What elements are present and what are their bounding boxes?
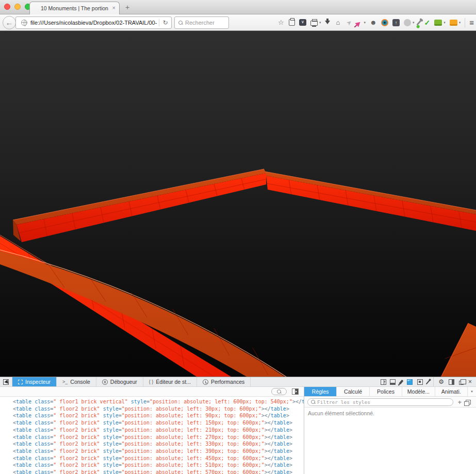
orange-addon-icon[interactable]: [450, 20, 457, 26]
markup-line[interactable]: <table class=" floor2 brick" style="posi…: [13, 405, 304, 413]
sidebar-tab-animations[interactable]: Animati.: [435, 387, 468, 396]
toolbar-icons: ☆ ∨ ▾ ⌂ ➤ ▾ ☻ ↑ ▾ ✓ ▾ ▾ ≡: [277, 14, 474, 30]
brush-tool-icon[interactable]: [355, 18, 364, 27]
bookmark-star-icon[interactable]: ☆: [277, 19, 285, 26]
pseudo-class-panel-icon[interactable]: [466, 400, 471, 404]
devtools-tab-editeur-style[interactable]: { } Éditeur de st...: [143, 377, 197, 386]
check-addon-icon[interactable]: ✓: [424, 19, 430, 27]
browser-window: 10 Monuments | The portion × + ← ↻ ☆ ∨ ▾…: [0, 0, 476, 474]
orange-addon-caret[interactable]: ▾: [459, 21, 461, 25]
rules-empty-message: Aucun élément sélectionné.: [304, 408, 476, 474]
console-prompt-icon: >_: [62, 379, 68, 384]
search-input[interactable]: [185, 20, 221, 26]
navigation-bar: ← ↻ ☆ ∨ ▾ ⌂ ➤ ▾ ☻ ↑ ▾ ✓ ▾ ▾: [0, 14, 476, 31]
new-tab-button[interactable]: +: [125, 3, 129, 11]
devtools-tab-label: Console: [70, 379, 90, 385]
devtools-tab-inspecteur[interactable]: Inspecteur: [12, 377, 57, 386]
green-addon-icon[interactable]: [434, 20, 442, 26]
devtools-tab-debogueur[interactable]: Débogueur: [96, 377, 143, 386]
close-devtools-icon[interactable]: ×: [468, 378, 472, 385]
devtools-body: <table class=" floor1 brick vertical" st…: [0, 387, 476, 474]
color-wheel-addon-icon[interactable]: [381, 19, 388, 26]
markup-line[interactable]: <table class=" floor2 brick" style="posi…: [13, 455, 304, 462]
adblock-dropdown-caret[interactable]: ▾: [413, 21, 415, 25]
devtools-panel: Inspecteur >_ Console Débogueur { } Édit…: [0, 377, 476, 474]
sidebar-tab-polices[interactable]: Polices: [370, 387, 402, 396]
separate-window-icon[interactable]: [459, 381, 464, 385]
sidebar-tab-modele[interactable]: Modèle...: [402, 387, 435, 396]
reload-icon[interactable]: ↻: [159, 19, 171, 26]
rules-sidebar: Règles Calculé Polices Modèle... Animati…: [304, 387, 476, 474]
pick-element-icon: [3, 379, 9, 385]
eyedropper-icon[interactable]: [426, 379, 431, 384]
sidebar-tab-calcule[interactable]: Calculé: [337, 387, 369, 396]
markup-toolbar: [0, 387, 304, 397]
markup-line[interactable]: <table class=" floor2 brick" style="posi…: [13, 462, 304, 469]
search-html-button[interactable]: [271, 388, 287, 395]
devtools-tab-performances[interactable]: Performances: [197, 377, 251, 386]
url-bar[interactable]: ↻: [15, 16, 172, 29]
markup-pane: <table class=" floor1 brick vertical" st…: [0, 387, 304, 474]
style-filter-row: +: [304, 397, 476, 408]
url-input[interactable]: [30, 20, 159, 26]
toolbar-separator: [433, 377, 434, 386]
back-button[interactable]: ←: [3, 16, 16, 29]
download-icon[interactable]: [325, 21, 330, 27]
hamburger-menu-icon[interactable]: ≡: [469, 18, 474, 27]
markup-line[interactable]: <table class=" floor2 brick" style="posi…: [13, 427, 304, 434]
search-icon: [178, 21, 183, 25]
devtools-tab-label: Débogueur: [110, 379, 137, 385]
devtools-tab-label: Éditeur de st...: [156, 379, 191, 385]
markup-line[interactable]: <table class=" floor2 brick" style="posi…: [13, 434, 304, 441]
gear-icon[interactable]: ⚙: [438, 378, 444, 385]
expand-pane-icon[interactable]: [292, 388, 299, 395]
sidebar-tab-regles[interactable]: Règles: [304, 387, 337, 396]
feedback-smiley-icon[interactable]: ☻: [370, 19, 377, 26]
tab-close-icon[interactable]: ×: [112, 5, 116, 11]
search-icon: [277, 390, 281, 394]
titlebar: 10 Monuments | The portion × +: [0, 0, 476, 14]
sidebar-tabs-overflow-caret[interactable]: ▾: [468, 387, 476, 396]
pocket-icon[interactable]: ∨: [299, 19, 306, 26]
markup-line[interactable]: <table class=" floor2 brick" style="posi…: [13, 412, 304, 419]
toolbar-separator: [465, 18, 465, 27]
devtools-brush-icon[interactable]: [399, 379, 404, 384]
devtools-tab-label: Inspecteur: [25, 379, 51, 385]
send-tab-icon[interactable]: ➤: [344, 18, 355, 28]
filter-styles-field[interactable]: [307, 398, 453, 406]
scratchpad-icon[interactable]: [417, 379, 423, 385]
markup-line[interactable]: <table class=" floor2 brick" style="posi…: [13, 469, 304, 474]
3d-view-cube-icon[interactable]: [407, 379, 413, 385]
print-icon[interactable]: [310, 21, 318, 26]
close-window-button[interactable]: [4, 4, 10, 10]
debugger-pause-icon: [102, 379, 108, 385]
filter-styles-input[interactable]: [317, 399, 453, 405]
shield-addon-icon[interactable]: ↑: [392, 19, 400, 26]
adblock-disabled-icon[interactable]: [404, 19, 411, 26]
filter-search-icon: [311, 400, 315, 404]
markup-lines: <table class=" floor1 brick vertical" st…: [0, 397, 304, 474]
responsive-mode-icon[interactable]: [390, 379, 396, 385]
home-icon[interactable]: ⌂: [334, 19, 341, 26]
clock-icon: [203, 379, 208, 385]
devtools-tab-console[interactable]: >_ Console: [57, 377, 96, 386]
tab-title: 10 Monuments | The portion: [41, 5, 108, 11]
split-console-button[interactable]: ▾: [381, 379, 386, 385]
markup-line[interactable]: <table class=" floor2 brick" style="posi…: [13, 448, 304, 455]
green-addon-caret[interactable]: ▾: [444, 21, 446, 25]
search-bar[interactable]: [174, 16, 229, 29]
markup-line[interactable]: <table class=" floor2 brick" style="posi…: [13, 419, 304, 427]
browser-tab[interactable]: 10 Monuments | The portion ×: [29, 2, 120, 14]
clipboard-icon[interactable]: [289, 19, 295, 26]
site-identity-globe-icon: [21, 20, 27, 26]
wrench-addon-icon[interactable]: [417, 20, 422, 25]
dock-side-icon[interactable]: [449, 379, 454, 385]
add-rule-button[interactable]: +: [457, 398, 462, 406]
markup-line[interactable]: <table class=" floor1 brick vertical" st…: [13, 398, 304, 405]
page-viewport: [0, 31, 476, 377]
markup-line[interactable]: <table class=" floor2 brick" style="posi…: [13, 441, 304, 448]
print-dropdown-caret[interactable]: ▾: [319, 21, 321, 25]
brush-dropdown-caret[interactable]: ▾: [364, 21, 366, 25]
pick-element-button[interactable]: [0, 377, 12, 386]
minimize-window-button[interactable]: [14, 4, 21, 10]
